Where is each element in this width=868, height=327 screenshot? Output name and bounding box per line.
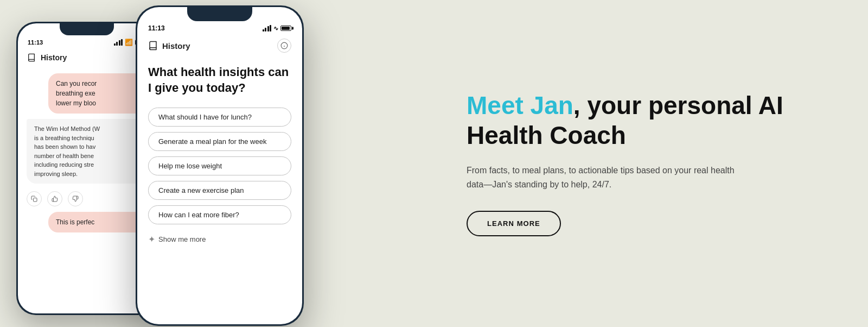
back-notch — [60, 23, 114, 35]
show-more-button[interactable]: ✦ Show me more — [148, 230, 291, 249]
back-header: History — [18, 51, 156, 69]
history-book-icon — [27, 53, 36, 62]
front-wifi-icon: ∿ — [273, 25, 278, 32]
learn-more-button[interactable]: LEARN MORE — [467, 211, 561, 236]
front-status-icons: ∿ — [263, 25, 292, 32]
signal-icon — [114, 39, 123, 46]
main-headline: Meet Jan, your personal AI Health Coach — [467, 91, 825, 150]
back-chat-actions — [27, 189, 147, 212]
subtext: From facts, to meal plans, to actionable… — [467, 163, 749, 191]
front-signal-icon — [263, 25, 272, 32]
back-chat-content: Can you recorbreathing exelower my bloo … — [18, 69, 156, 237]
info-button[interactable] — [277, 39, 291, 53]
headline-accent: Meet Jan — [467, 91, 573, 120]
text-section: Meet Jan, your personal AI Health Coach … — [423, 58, 868, 269]
suggestion-chip-5[interactable]: How can I eat more fiber? — [148, 205, 291, 224]
sparkle-icon: ✦ — [148, 234, 155, 244]
front-battery-icon — [280, 26, 291, 31]
main-question-text: What health insights can I give you toda… — [148, 65, 291, 96]
suggestion-chip-1[interactable]: What should I have for lunch? — [148, 108, 291, 127]
suggestion-chip-3[interactable]: Help me lose weight — [148, 156, 291, 175]
front-header: History — [137, 36, 302, 59]
wifi-icon: 📶 — [125, 39, 133, 46]
front-main-content: What health insights can I give you toda… — [137, 59, 302, 249]
back-user-bubble-2: This is perfec — [48, 212, 147, 232]
suggestion-chip-4[interactable]: Create a new exercise plan — [148, 181, 291, 200]
svg-rect-0 — [34, 198, 37, 202]
front-header-left: History — [148, 41, 190, 51]
back-time: 11:13 — [28, 39, 43, 46]
front-history-book-icon — [148, 41, 158, 51]
back-history-label: History — [41, 53, 67, 62]
copy-icon[interactable] — [27, 191, 42, 206]
thumbs-down-icon[interactable] — [68, 191, 83, 206]
phones-section: 11:13 📶 History — [0, 0, 423, 327]
phone-front: 11:13 ∿ History — [136, 5, 304, 326]
back-ai-bubble: The Wim Hof Method (Wis a breathing tech… — [27, 119, 147, 184]
suggestion-chip-2[interactable]: Generate a meal plan for the week — [148, 132, 291, 151]
front-notch — [187, 7, 252, 21]
show-more-label: Show me more — [158, 235, 206, 243]
thumbs-up-icon[interactable] — [47, 191, 62, 206]
front-time: 11:13 — [148, 24, 165, 32]
front-history-label: History — [162, 41, 190, 51]
back-user-bubble-1: Can you recorbreathing exelower my bloo — [48, 73, 147, 114]
